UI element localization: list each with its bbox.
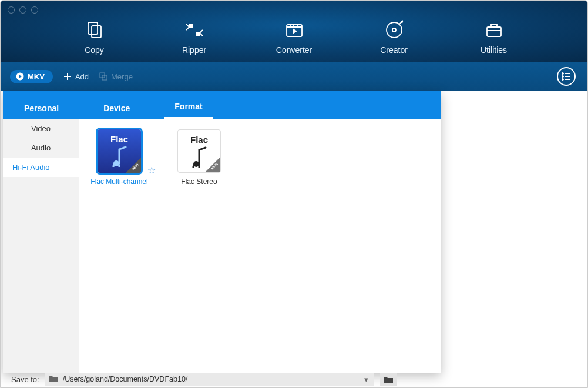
format-thumb: Flac HI-FI — [177, 129, 221, 173]
svg-rect-13 — [487, 27, 501, 36]
svg-point-29 — [113, 160, 119, 166]
copy-icon — [68, 18, 121, 42]
thumb-label: Flac — [190, 135, 208, 145]
save-to-label: Save to: — [11, 375, 39, 384]
plus-icon — [63, 72, 72, 81]
utilities-icon — [468, 18, 520, 42]
nav-item-converter[interactable]: Converter — [268, 18, 321, 55]
merge-icon — [99, 72, 107, 81]
add-button[interactable]: Add — [63, 72, 89, 81]
arrow-right-circle-icon — [16, 72, 24, 81]
add-label: Add — [75, 72, 89, 81]
folder-icon — [49, 374, 58, 384]
hifi-badge-icon: HI-FI — [126, 158, 141, 173]
format-panel: Personal Device Format Video Audio Hi-Fi… — [3, 91, 441, 373]
svg-marker-5 — [293, 28, 297, 34]
header: Copy Ripper Converter Creator — [1, 1, 587, 62]
format-item-flac-multichannel[interactable]: Flac HI-FI ☆ Flac Multi-channel — [90, 129, 149, 186]
nav-label: Converter — [268, 45, 321, 55]
save-bar: Save to: ▾ — [1, 371, 587, 387]
converter-icon — [268, 18, 321, 42]
nav-label: Ripper — [168, 45, 221, 55]
panel-body: Video Audio Hi-Fi Audio Flac HI-FI — [3, 119, 441, 373]
svg-point-23 — [562, 73, 564, 75]
svg-point-25 — [562, 76, 564, 78]
merge-label: Merge — [111, 72, 133, 81]
nav-item-copy[interactable]: Copy — [68, 18, 121, 55]
water-decoration — [224, 53, 587, 62]
format-caption: Flac Stereo — [170, 178, 229, 186]
save-path-input[interactable] — [63, 375, 357, 383]
save-path-box: ▾ — [45, 373, 374, 386]
minimize-dot[interactable] — [19, 6, 26, 14]
thumb-label: Flac — [110, 134, 128, 144]
svg-point-11 — [392, 28, 396, 32]
browse-button[interactable] — [380, 373, 397, 386]
svg-point-12 — [401, 21, 403, 23]
folder-icon — [384, 376, 393, 383]
sidebar-item-hifi-audio[interactable]: Hi-Fi Audio — [3, 158, 79, 177]
nav-item-utilities[interactable]: Utilities — [468, 18, 520, 55]
nav-item-ripper[interactable]: Ripper — [168, 18, 221, 55]
path-dropdown-caret[interactable]: ▾ — [362, 375, 371, 384]
sidebar-item-video[interactable]: Video — [3, 119, 79, 138]
mode-pill[interactable]: MKV — [10, 70, 53, 83]
tab-format[interactable]: Format — [164, 93, 213, 119]
svg-rect-2 — [189, 24, 193, 28]
nav-label: Creator — [368, 45, 421, 55]
list-icon — [562, 72, 571, 81]
svg-rect-1 — [92, 26, 101, 38]
close-dot[interactable] — [8, 6, 15, 14]
action-toolbar: MKV Add Merge — [1, 62, 587, 91]
ripper-icon — [168, 18, 221, 42]
favorite-star-icon[interactable]: ☆ — [147, 165, 156, 176]
svg-rect-3 — [196, 32, 200, 36]
mode-label: MKV — [28, 72, 45, 81]
merge-button: Merge — [99, 72, 133, 81]
zoom-dot[interactable] — [31, 6, 38, 14]
format-thumb: Flac HI-FI — [98, 129, 141, 173]
creator-icon — [368, 18, 421, 42]
hifi-badge-icon: HI-FI — [205, 157, 220, 172]
svg-point-32 — [193, 161, 199, 167]
main-nav: Copy Ripper Converter Creator — [1, 18, 587, 55]
tab-personal[interactable]: Personal — [14, 95, 69, 119]
format-grid: Flac HI-FI ☆ Flac Multi-channel — [79, 119, 441, 373]
nav-label: Utilities — [468, 45, 520, 55]
panel-tabs: Personal Device Format — [3, 91, 441, 119]
nav-label: Copy — [68, 45, 121, 55]
window-controls — [8, 6, 38, 14]
app-window: Copy Ripper Converter Creator — [0, 0, 588, 388]
nav-item-creator[interactable]: Creator — [368, 18, 421, 55]
svg-rect-0 — [88, 22, 98, 34]
format-caption: Flac Multi-channel — [90, 178, 149, 186]
sidebar-item-audio[interactable]: Audio — [3, 138, 79, 158]
format-item-flac-stereo[interactable]: Flac HI-FI Flac Stereo — [170, 129, 229, 186]
sidebar: Video Audio Hi-Fi Audio — [3, 119, 79, 373]
tab-device[interactable]: Device — [93, 95, 140, 119]
svg-point-27 — [562, 79, 564, 81]
menu-button[interactable] — [557, 67, 576, 86]
